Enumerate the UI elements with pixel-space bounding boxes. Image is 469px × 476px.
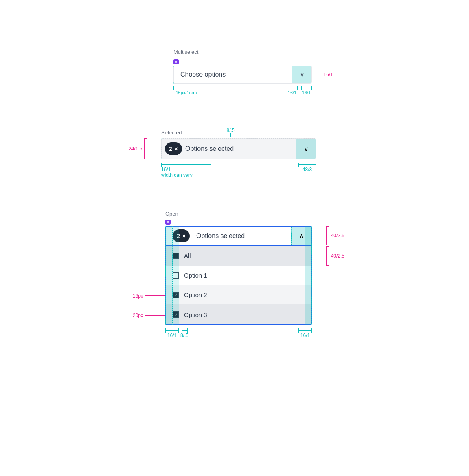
- dropdown-options-text: Options selected: [193, 232, 308, 240]
- inner-guide-s3: [173, 226, 179, 325]
- option1-label: Option 1: [184, 272, 207, 279]
- option-all-label: All: [184, 252, 191, 259]
- open-dropdown[interactable]: 2 × Options selected ∧ — All: [165, 226, 312, 325]
- height-dim-option-s3: 40/2.5: [331, 253, 344, 259]
- dropdown-option-3[interactable]: ✓ Option 3: [166, 305, 311, 324]
- dim-left-arrow-s2: [161, 163, 211, 167]
- dim-right-group: 16/1 16/1: [287, 86, 312, 95]
- multiselect-input[interactable]: Choose options ∨: [173, 66, 312, 84]
- section2-title: Selected: [161, 130, 182, 136]
- section2-select-container: 24/1.5 2 × Options selected ∨: [161, 138, 316, 159]
- badge-8-s3: 8: [165, 220, 171, 225]
- option3-label: Option 3: [184, 311, 207, 318]
- chevron-area-s2[interactable]: ∨: [296, 139, 316, 159]
- chevron-down-icon-s1: ∨: [300, 71, 304, 78]
- dim-right-s1: 16/1: [324, 72, 333, 77]
- section3-title: Open: [165, 211, 178, 217]
- height-dim-header-s3: 40/2.5: [331, 233, 344, 238]
- px-annotation-16: 16px: [133, 293, 165, 299]
- section1-title: Multiselect: [173, 49, 312, 55]
- section3-badge-row: 8: [165, 218, 312, 225]
- dim-inner-val-s3: 8/.5: [180, 333, 188, 338]
- dim-right1-label: 16/1: [288, 90, 296, 95]
- section1-label: Multiselect: [173, 49, 198, 55]
- chevron-up-icon: ∧: [299, 232, 304, 240]
- section3-dropdown-container: 2 × Options selected ∧ — All: [165, 226, 312, 325]
- dim-right-val-s2: 48/3: [302, 167, 312, 172]
- dim-right2-block: 16/1: [301, 86, 312, 95]
- section1-select-row: Choose options ∨ 16/1: [173, 66, 312, 84]
- dim-inner-arrow-s3: [182, 328, 188, 333]
- px-annotation-20: 20px: [133, 313, 165, 318]
- section1-badge-row: 8: [173, 57, 312, 65]
- dim-right-s3: 16/1: [298, 328, 312, 338]
- select-placeholder: Choose options: [174, 71, 292, 78]
- badge-x-icon[interactable]: ×: [175, 145, 178, 152]
- selected-state-box[interactable]: 2 × Options selected ∨: [161, 138, 316, 159]
- dim-right-val-s3: 16/1: [300, 333, 310, 338]
- dim-left-label: 16px/1rem: [176, 90, 197, 95]
- options-selected-text: Options selected: [185, 145, 312, 152]
- dim-right2-label: 16/1: [302, 90, 311, 95]
- left-guide-s3: [165, 226, 173, 325]
- dim-row-s3: 16/1 8/.5 16/1: [165, 328, 312, 338]
- section2-labels-row: Selected 8/.5: [161, 128, 316, 137]
- dim-left-labels-s2: 16/1 width can vary: [161, 167, 193, 178]
- dim-left-sub-s2: width can vary: [161, 172, 193, 178]
- dropdown-header[interactable]: 2 × Options selected ∧: [166, 227, 311, 246]
- dim-right2-arrow: [301, 86, 312, 90]
- selected-badge: 2 ×: [165, 142, 182, 155]
- dim-right-s2: 48/3: [298, 163, 316, 172]
- right-guide-s3: [305, 226, 312, 325]
- option2-label: Option 2: [184, 291, 207, 298]
- height-bracket-s3-header: 40/2.5: [326, 226, 344, 245]
- px-16-label: 16px: [133, 293, 143, 299]
- dim-left-s2: 16/1 width can vary: [161, 163, 211, 178]
- dim-left-s3: 16/1: [165, 328, 179, 338]
- dim-left-block: 16px/1rem: [173, 86, 199, 95]
- badge-8-s1: 8: [173, 60, 179, 64]
- dim-right-arrow-s2: [298, 163, 316, 167]
- dropdown-badge-x-icon[interactable]: ×: [182, 233, 186, 239]
- dim-inner-s3: 8/.5: [180, 328, 188, 338]
- page-container: Multiselect 8 Choose options ∨ 16/1: [0, 0, 469, 476]
- dim-left-val-s3: 16/1: [167, 333, 177, 338]
- chevron-area-s1[interactable]: ∨: [292, 66, 311, 83]
- dim-top-arrow-s2: [230, 133, 231, 137]
- section2-block: Selected 8/.5 24/1.5: [161, 128, 316, 178]
- dim-right1-block: 16/1: [287, 86, 298, 95]
- dim-top-label-s2: 8/.5: [227, 128, 235, 133]
- section2-header: Selected 8/.5: [161, 128, 316, 137]
- dim-top-s2: 8/.5: [227, 128, 235, 137]
- dim-left-arrow-s3: [165, 328, 179, 333]
- px-20-label: 20px: [133, 313, 143, 318]
- dim-right1-arrow: [287, 86, 298, 90]
- height-bracket-s3-option: 40/2.5: [326, 246, 344, 266]
- dim-row-s2: 16/1 width can vary 48/3: [161, 163, 316, 178]
- dropdown-option-1[interactable]: Option 1: [166, 266, 311, 285]
- section3-title-row: Open: [165, 211, 312, 217]
- dim-right-arrow-s3: [298, 328, 312, 333]
- chevron-down-icon-s2: ∨: [304, 145, 309, 153]
- height-dim-s2: 24/1.5: [129, 146, 142, 152]
- badge-count: 2: [169, 145, 172, 152]
- dim-left-val-s2: 16/1: [161, 167, 193, 172]
- section3-block: Open 8 2 × Options selected: [165, 211, 312, 338]
- height-bracket-s2: 24/1.5: [129, 138, 147, 159]
- section1-block: Multiselect 8 Choose options ∨ 16/1: [173, 49, 312, 95]
- dim-row-s1: 16px/1rem 16/1: [173, 86, 312, 95]
- dim-left-arrow: [173, 86, 199, 90]
- dropdown-option-all[interactable]: — All: [166, 246, 311, 266]
- dropdown-option-2[interactable]: ✓ Option 2: [166, 285, 311, 305]
